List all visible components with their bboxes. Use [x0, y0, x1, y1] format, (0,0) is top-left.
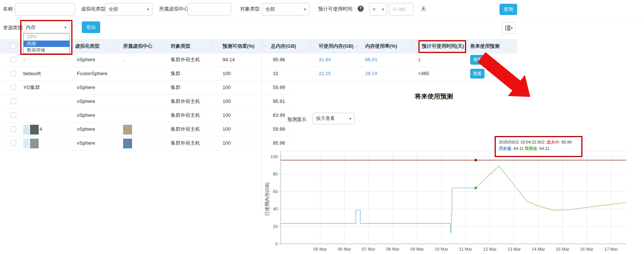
svg-text:20: 20 [273, 224, 278, 229]
cell-name: - [23, 53, 72, 67]
svg-text:10 Mar: 10 Mar [435, 247, 448, 251]
cell-memory-usage[interactable]: 28.19 [365, 67, 414, 80]
row-checkbox[interactable] [11, 98, 16, 104]
cell-total-memory: 95.96 [273, 53, 315, 67]
resource-type-select[interactable]: 内存 ▾ [23, 21, 70, 33]
list-icon [505, 26, 513, 31]
svg-text:0: 0 [275, 242, 278, 246]
cell-memory-usage[interactable]: 66.81 [365, 53, 414, 67]
column-header-5[interactable]: 总内存(GB) [271, 39, 296, 53]
resource-type-option[interactable]: 内存 [24, 41, 69, 47]
cell-object-type: 集群外宿主机 [171, 122, 220, 136]
row-checkbox[interactable] [11, 140, 16, 146]
resource-type-label: 资源类型 [3, 24, 23, 32]
svg-text:12 Mar: 12 Mar [483, 247, 497, 251]
redacted-block [30, 139, 39, 148]
column-header-2[interactable]: 所属虚拟中心 [123, 39, 152, 53]
resource-type-select-value: 内存 [26, 24, 36, 31]
row-checkbox[interactable] [11, 112, 16, 118]
chart-series-3 [476, 166, 626, 210]
cell-name: betasoft [23, 67, 72, 80]
est-time-range-input[interactable] [390, 3, 414, 15]
chart-axes [279, 151, 626, 244]
cell-confidence: 100 [223, 67, 268, 80]
sort-icon[interactable]: ↓↑ [308, 39, 311, 53]
chevron-down-icon: ▾ [304, 7, 306, 11]
sort-icon[interactable]: ↓↑ [410, 39, 413, 53]
table-row: vSphere集群外宿主机10063.99 [0, 108, 293, 122]
sort-icon[interactable]: ↓↑ [355, 39, 358, 53]
vcenter-filter-input[interactable] [188, 3, 231, 15]
cell-vcenter [123, 122, 168, 136]
virt-type-select[interactable]: 全部 ▾ [105, 3, 152, 15]
cell-virtualization-type: vSphere [77, 122, 120, 136]
redacted-block [30, 125, 39, 135]
svg-text:17 Mar: 17 Mar [604, 247, 618, 251]
export-button[interactable]: 导出 [82, 21, 100, 33]
cell-confidence: 100 [223, 108, 268, 122]
cell-vcenter [123, 136, 168, 150]
cell-virtualization-type: FusionSphere [77, 67, 120, 80]
row-checkbox[interactable] [11, 57, 16, 62]
table-header: 虚拟化类型所属虚拟中心对象类型预测可信度(%)总内存(GB)可使用内存(GB)内… [0, 39, 517, 53]
sort-icon[interactable]: ↓↑ [263, 39, 266, 53]
sort-icon[interactable]: ↓↑ [210, 39, 213, 53]
row-checkbox[interactable] [11, 85, 16, 90]
column-header-7[interactable]: 内存使用率(%) [365, 39, 397, 53]
display-mode-select-value: 按天查看 [316, 115, 335, 122]
cell-virtualization-type: vSphere [77, 53, 120, 67]
cell-estimated-days: >365 [418, 67, 467, 80]
select-all-checkbox[interactable] [11, 43, 16, 49]
table-row: vSphere集群外宿主机10095.91 [0, 94, 293, 109]
est-time-filter-label: 预计可使用时间 [318, 5, 352, 13]
svg-text:07 Mar: 07 Mar [362, 247, 375, 251]
app-window: 名称 虚拟化类型 全部 ▾ 所属虚拟中心 对象类型 全部 ▾ 预计可使用时间 ?… [0, 0, 644, 254]
resource-type-option[interactable]: 数据存储 [24, 47, 69, 53]
table-row: YG集群vSphere集群10055.99 [0, 80, 293, 95]
svg-text:11 Mar: 11 Mar [459, 247, 472, 251]
column-header-3[interactable]: 对象类型 [171, 39, 190, 53]
column-header-8[interactable]: 预计可使用时间(天) [422, 39, 464, 53]
search-button[interactable]: 查询 [500, 4, 517, 15]
svg-text:80: 80 [273, 172, 278, 176]
sort-icon[interactable]: ↓↑ [467, 39, 470, 53]
vcenter-filter-label: 所属虚拟中心 [159, 5, 188, 13]
table-row: -vSphere集群外宿主机94.1495.96.31.8466.811查看 [0, 53, 517, 67]
column-header-6[interactable]: 可使用内存(GB) [319, 39, 354, 53]
resource-type-option[interactable]: CPU [24, 34, 69, 41]
cell-confidence: 100 [223, 136, 268, 150]
object-type-select[interactable]: 全部 ▾ [262, 3, 309, 15]
cell-object-type: 集群 [171, 80, 220, 94]
svg-text:08 Mar: 08 Mar [386, 247, 400, 251]
column-header-4[interactable]: 预测可信度(%) [223, 39, 254, 53]
resource-type-dropdown: CPU内存数据存储 [23, 33, 70, 54]
column-settings-button[interactable] [502, 22, 516, 34]
display-mode-select[interactable]: 按天查看 ▾ [313, 113, 355, 124]
caret-down-icon [511, 27, 513, 29]
chevron-down-icon: ▾ [382, 7, 384, 11]
cell-available-memory[interactable]: 31.84 [319, 53, 362, 67]
column-header-1[interactable]: 虚拟化类型 [75, 39, 99, 53]
est-time-operator-select[interactable]: < ▾ [369, 3, 387, 15]
name-filter-input[interactable] [15, 3, 75, 15]
sort-icon[interactable]: ↓↑ [113, 39, 116, 53]
cell-total-memory: 59.99 [273, 122, 315, 136]
cell-virtualization-type: vSphere [77, 136, 120, 150]
svg-text:13 Mar: 13 Mar [507, 247, 521, 251]
help-icon[interactable]: ? [358, 6, 364, 12]
table-row: 4vSphere集群外宿主机10059.99 [0, 122, 293, 136]
chart-y-axis-label: 已使用内存(GB) [265, 183, 270, 216]
redacted-block [123, 125, 132, 135]
cell-object-type: 集群外宿主机 [171, 53, 220, 67]
virt-type-select-value: 全部 [108, 6, 118, 13]
cell-vcenter: . [123, 53, 168, 67]
cell-name: 4 [23, 122, 72, 136]
prediction-panel-title: 将来使用预测 [396, 92, 471, 101]
sort-icon[interactable]: ↓↑ [161, 39, 164, 53]
cell-available-memory[interactable]: 22.25 [319, 67, 362, 80]
cell-object-type: 集群外宿主机 [171, 136, 220, 150]
svg-text:05 Mar: 05 Mar [313, 247, 327, 251]
row-checkbox[interactable] [11, 71, 16, 76]
virt-type-filter-label: 虚拟化类型 [81, 5, 105, 13]
row-checkbox[interactable] [11, 126, 16, 132]
